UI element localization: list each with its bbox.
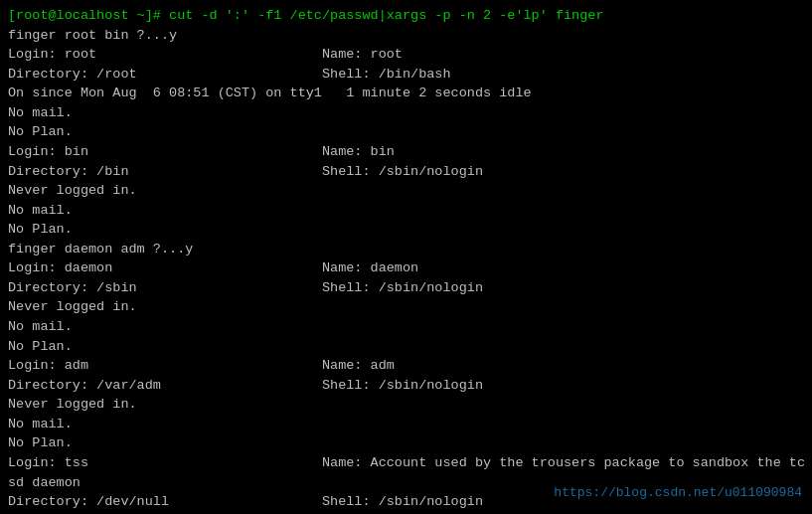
terminal-line: [root@localhost ~]# cut -d ':' -f1 /etc/… xyxy=(8,6,804,26)
terminal-line: finger daemon adm ?...y xyxy=(8,240,804,259)
terminal-line: Login: daemon Name: daemon xyxy=(8,258,804,278)
terminal-line: No mail. xyxy=(8,201,804,221)
terminal-line: No Plan. xyxy=(8,433,804,453)
terminal-line: Never logged in. xyxy=(8,297,804,317)
terminal-line: Login: root Name: root xyxy=(8,45,804,65)
terminal-line: Login: tss Name: Account used by the tro… xyxy=(8,453,804,473)
terminal-line: No Plan. xyxy=(8,337,804,357)
terminal-line: No Plan. xyxy=(8,220,804,240)
terminal-line: Login: bin Name: bin xyxy=(8,142,804,162)
terminal-line: No mail. xyxy=(8,103,804,123)
terminal-line: finger root bin ?...y xyxy=(8,26,804,46)
watermark: https://blog.csdn.net/u011090984 xyxy=(554,485,802,500)
terminal-line: Directory: /root Shell: /bin/bash xyxy=(8,65,804,85)
terminal-output: [root@localhost ~]# cut -d ':' -f1 /etc/… xyxy=(8,6,804,514)
terminal-line: No Plan. xyxy=(8,122,804,142)
terminal-line: On since Mon Aug 6 08:51 (CST) on tty1 1… xyxy=(8,84,804,103)
terminal-line: Directory: /var/adm Shell: /sbin/nologin xyxy=(8,376,804,396)
terminal-line: Directory: /bin Shell: /sbin/nologin xyxy=(8,162,804,182)
terminal-line: No mail. xyxy=(8,317,804,337)
terminal-window: [root@localhost ~]# cut -d ':' -f1 /etc/… xyxy=(0,0,812,514)
terminal-line: Never logged in. xyxy=(8,181,804,201)
terminal-line: Never logged in. xyxy=(8,395,804,415)
terminal-line: Directory: /sbin Shell: /sbin/nologin xyxy=(8,278,804,298)
terminal-line: No mail. xyxy=(8,415,804,434)
terminal-line: Login: adm Name: adm xyxy=(8,356,804,376)
